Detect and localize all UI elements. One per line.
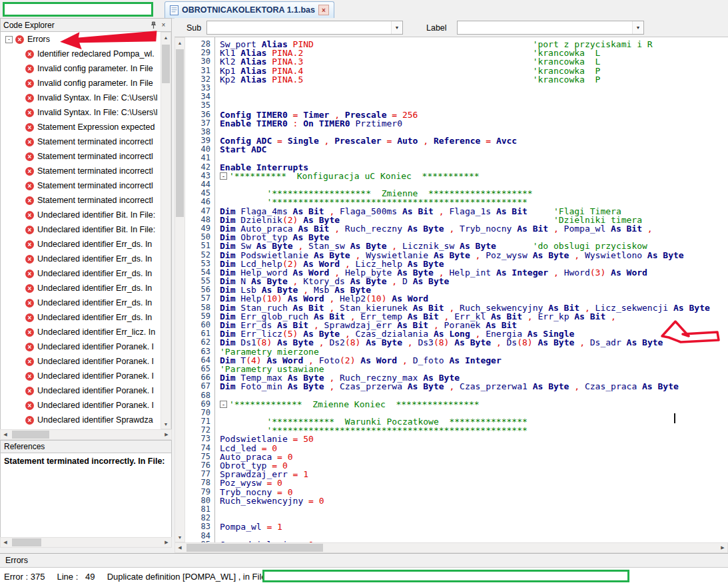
panel-close-icon[interactable]: ×: [159, 21, 169, 30]
error-tree-item[interactable]: ×Undeclared identifier Err_ds. In: [1, 295, 161, 310]
scroll-left-icon[interactable]: ◀: [1, 430, 10, 439]
code-line: [220, 180, 728, 188]
error-icon: ×: [25, 270, 34, 278]
document-tab[interactable]: OBROTNICAKOLEKTORA 1.1.bas ×: [165, 1, 334, 18]
error-tree-item[interactable]: ×Undeclared identifier Err_ds. In: [1, 310, 161, 325]
line-number: 79: [185, 487, 214, 496]
error-tree-item[interactable]: ×Undeclared identifier Poranek. I: [1, 369, 161, 383]
error-tree-item[interactable]: ×Statement Expression expected: [1, 120, 161, 134]
code-editor[interactable]: Sw_port Alias PIND 'port z przyciskami i…: [215, 37, 728, 542]
line-number: 59: [185, 311, 214, 320]
scroll-up-icon[interactable]: ▲: [161, 33, 171, 42]
code-line: Sw_port Alias PIND 'port z przyciskami i…: [220, 39, 728, 48]
editor-toolbar: Sub ▼ Label ▼: [175, 18, 728, 37]
bas-file-icon: [170, 5, 179, 15]
error-icon: ×: [25, 328, 34, 337]
code-line: '************ Warunki Poczatkowe *******…: [220, 417, 728, 425]
line-number: 74: [185, 443, 214, 452]
line-number: 50: [185, 232, 214, 241]
code-line: Ruch_sekwencyjny = 0: [220, 496, 728, 504]
tree-hscrollbar[interactable]: ◀ ▶: [0, 429, 172, 440]
tree-vscroll-thumb[interactable]: [162, 45, 170, 83]
references-hscroll-thumb[interactable]: [12, 538, 41, 546]
references-header: References: [0, 440, 172, 453]
error-item-label: Undeclared identifier Err_ds. In: [37, 240, 152, 249]
error-tree-item[interactable]: ×Statement terminated incorrectl: [1, 193, 161, 208]
line-number: 33: [185, 83, 214, 92]
line-number: 63: [185, 347, 214, 355]
error-tree-item[interactable]: ×Invalid config parameter. In File: [1, 61, 161, 76]
error-item-label: Invalid config parameter. In File: [37, 64, 153, 73]
tab-close-icon[interactable]: ×: [318, 5, 329, 15]
line-number: 54: [185, 268, 214, 276]
line-number: 32: [185, 75, 214, 83]
references-title: References: [4, 442, 45, 451]
error-tree-item[interactable]: ×Invalid Syntax. In File: C:\Users\l: [1, 105, 161, 120]
editor-vscrollbar[interactable]: ▲ ▼: [175, 37, 185, 542]
line-number: 51: [185, 241, 214, 250]
editor-hscroll-thumb[interactable]: [186, 544, 323, 552]
error-tree-item[interactable]: ×Undeclared identifier Sprawdza: [1, 413, 161, 427]
error-tree-item[interactable]: ×Statement terminated incorrectl: [1, 178, 161, 193]
error-tree-item[interactable]: ×Undeclared identifier Err_licz. In: [1, 325, 161, 339]
code-line: Enable TIMER0 : On TIMER0 Prztimer0: [220, 118, 728, 127]
scroll-down-icon[interactable]: ▼: [175, 532, 184, 542]
error-icon: ×: [25, 387, 34, 395]
line-number: 28: [185, 39, 214, 48]
code-line: -'************* Zmienne Koniec *********…: [220, 399, 728, 408]
line-number: 83: [185, 522, 214, 530]
line-number: 76: [185, 461, 214, 469]
error-tree-item[interactable]: ×Undeclared identifier Err_ds. In: [1, 252, 161, 266]
fold-marker-icon[interactable]: -: [220, 401, 227, 408]
code-line: '***************************************…: [220, 197, 728, 206]
error-tree-item[interactable]: ×Undeclared identifier Poranek. I: [1, 398, 161, 413]
scroll-right-icon[interactable]: ▶: [162, 538, 171, 547]
editor-hscrollbar[interactable]: ◀ ▶: [175, 542, 728, 553]
error-item-label: Statement terminated incorrectl: [37, 196, 153, 205]
error-item-label: Statement Expression expected: [37, 122, 155, 132]
line-number: 46: [185, 197, 214, 206]
label-combobox[interactable]: ▼: [457, 21, 644, 35]
error-tree-item[interactable]: ×Invalid config parameter. In File: [1, 76, 161, 91]
code-line: Dim Err_licz(5) As Byte , Czas_dzialania…: [220, 329, 728, 337]
error-tree: - × Errors ×Identifier redeclared Pompa_…: [0, 32, 172, 429]
chevron-down-icon[interactable]: ▼: [632, 21, 643, 34]
scroll-down-icon[interactable]: ▼: [161, 419, 171, 429]
code-line: Lcd_led = 0: [220, 443, 728, 452]
tree-vscrollbar[interactable]: ▲ ▼: [161, 32, 171, 429]
error-tree-item[interactable]: ×Invalid Syntax. In File: C:\Users\l: [1, 91, 161, 105]
references-hscrollbar[interactable]: ◀ ▶: [0, 537, 172, 548]
error-tree-item[interactable]: ×Undeclared identifier Err_ds. In: [1, 281, 161, 295]
error-tree-item[interactable]: ×Undeclared identifier Bit. In File:: [1, 222, 161, 237]
error-tree-item[interactable]: ×Undeclared identifier Err_ds. In: [1, 266, 161, 281]
scroll-right-icon[interactable]: ▶: [162, 430, 171, 439]
error-icon: ×: [25, 123, 34, 132]
code-line: [220, 83, 728, 92]
error-tree-item[interactable]: ×Undeclared identifier Bit. In File:: [1, 208, 161, 222]
code-line: Dim Auto_praca As Bit , Ruch_reczny As B…: [220, 224, 728, 232]
line-number: 67: [185, 381, 214, 390]
line-number: 42: [185, 162, 214, 171]
scroll-left-icon[interactable]: ◀: [175, 543, 184, 552]
error-tree-item[interactable]: ×Undeclared identifier Poranek. I: [1, 354, 161, 369]
scroll-left-icon[interactable]: ◀: [1, 538, 10, 547]
chevron-down-icon[interactable]: ▼: [391, 21, 402, 34]
editor-vscroll-thumb[interactable]: [176, 49, 184, 217]
red-arrow-errors: [60, 29, 159, 53]
error-tree-item[interactable]: ×Statement terminated incorrectl: [1, 134, 161, 149]
error-icon: ×: [25, 416, 34, 425]
fold-marker-icon[interactable]: -: [220, 172, 227, 180]
tree-expander-icon[interactable]: -: [5, 36, 13, 43]
error-tree-item[interactable]: ×Statement terminated incorrectl: [1, 164, 161, 178]
error-tree-item[interactable]: ×Undeclared identifier Err_ds. In: [1, 237, 161, 252]
tree-hscroll-thumb[interactable]: [12, 431, 49, 439]
error-tree-item[interactable]: ×Undeclared identifier Poranek. I: [1, 339, 161, 354]
sub-combobox[interactable]: ▼: [206, 21, 403, 35]
scroll-up-icon[interactable]: ▲: [175, 38, 184, 47]
redaction-box-bottom: [262, 570, 629, 582]
error-tree-item[interactable]: ×Statement terminated incorrectl: [1, 149, 161, 164]
error-tree-item[interactable]: ×Undeclared identifier Poranek. I: [1, 383, 161, 398]
error-item-label: Undeclared identifier Poranek. I: [37, 401, 154, 410]
error-item-label: Undeclared identifier Err_licz. In: [37, 327, 155, 337]
scroll-right-icon[interactable]: ▶: [718, 543, 727, 552]
